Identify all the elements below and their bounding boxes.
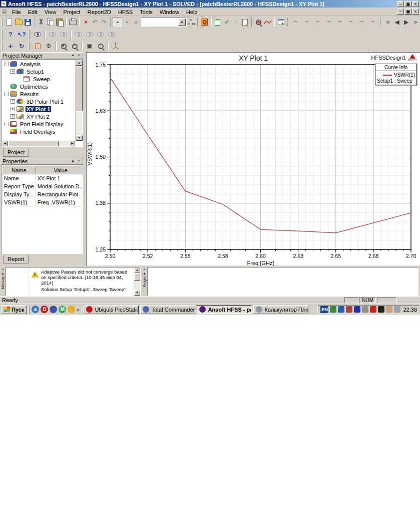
print-button[interactable]: [68, 17, 77, 27]
zoom-out-button[interactable]: −: [69, 41, 80, 51]
toolbar-grip[interactable]: [29, 30, 31, 39]
property-row[interactable]: VSWR(1)Freq ,VSWR(1): [3, 198, 84, 206]
ie-icon[interactable]: e: [32, 306, 39, 313]
menu-view[interactable]: View: [41, 9, 60, 16]
create-report-button[interactable]: [241, 17, 250, 27]
child-window-icon[interactable]: ▤: [1, 9, 8, 15]
menu-report2d[interactable]: Report2D: [84, 9, 115, 16]
scroll-up-icon[interactable]: ▲: [134, 268, 140, 273]
hide-active-button[interactable]: [95, 30, 106, 40]
scroll-left-icon[interactable]: ◀: [2, 141, 8, 146]
panel-pin-icon[interactable]: ▴: [1, 272, 5, 276]
project-manager-header[interactable]: Project Manager ▴ ×: [1, 52, 83, 59]
show-messages-button[interactable]: [213, 17, 222, 27]
tree-item-port-field-display[interactable]: −Port Field Display: [2, 120, 75, 128]
tree-item-setup1[interactable]: −Setup1: [2, 68, 75, 75]
child-restore-button[interactable]: ▣: [404, 9, 411, 15]
child-close-button[interactable]: ×: [412, 9, 419, 15]
waveform-button-6[interactable]: ~: [345, 17, 356, 27]
tray-display-icon[interactable]: [338, 306, 344, 313]
menu-edit[interactable]: Edit: [25, 9, 41, 16]
collapse-minus-icon[interactable]: −: [11, 69, 15, 74]
tree-item-3d-polar-plot-1[interactable]: +3D Polar Plot 1: [2, 98, 75, 105]
panel-close-icon[interactable]: ×: [76, 53, 82, 58]
context-help-button[interactable]: ↖?: [16, 30, 27, 40]
panel-pin-icon[interactable]: ▴: [70, 159, 76, 164]
plot-canvas[interactable]: 2.502.522.552.582.602.632.652.682.701.75…: [87, 53, 420, 266]
message-tab-label[interactable]: Messag: [1, 277, 5, 289]
message-tree-column[interactable]: · ·: [6, 268, 29, 296]
tray-flag-icon[interactable]: [346, 306, 352, 313]
menu-file[interactable]: File: [9, 9, 25, 16]
scroll-thumb[interactable]: [134, 274, 140, 281]
select-object-button[interactable]: ▪: [122, 17, 131, 27]
pan-button[interactable]: [32, 41, 43, 51]
property-cell[interactable]: VSWR(1): [3, 198, 36, 206]
tree-item-sweep[interactable]: Sweep: [2, 75, 75, 83]
menu-project[interactable]: Project: [60, 9, 84, 16]
scroll-down-icon[interactable]: ▼: [76, 135, 83, 141]
property-cell[interactable]: Name: [3, 174, 36, 182]
toolbar-grip[interactable]: [29, 42, 31, 51]
nav-first-button[interactable]: «: [383, 17, 392, 27]
show-hide-button[interactable]: [32, 30, 43, 40]
column-header-name[interactable]: Name: [3, 166, 36, 174]
tray-hand-icon[interactable]: [386, 306, 392, 313]
taskbar-task-button[interactable]: Ansoft HFSS - pat...: [197, 305, 252, 314]
tray-network-icon[interactable]: [330, 306, 336, 313]
show-active-button[interactable]: [106, 30, 117, 40]
waveform-button-5[interactable]: ~: [334, 17, 345, 27]
scroll-thumb[interactable]: [76, 66, 83, 111]
collapse-minus-icon[interactable]: −: [4, 122, 9, 126]
open-file-button[interactable]: [14, 17, 23, 27]
undo-button[interactable]: ↶: [91, 17, 100, 27]
fit-selection-button[interactable]: [95, 41, 106, 51]
solver-q-button[interactable]: Q: [200, 17, 209, 27]
toolbar-grip[interactable]: [380, 18, 382, 27]
scroll-thumb[interactable]: [9, 141, 59, 146]
expand-plus-icon[interactable]: +: [11, 114, 15, 119]
fit-all-button[interactable]: ▣: [84, 41, 95, 51]
waveform-button-8[interactable]: ~: [367, 17, 378, 27]
panel-pin-icon[interactable]: ▴: [142, 272, 147, 276]
model-tree-button[interactable]: [187, 17, 196, 27]
property-cell[interactable]: Rectangular Plot: [36, 190, 83, 198]
property-row[interactable]: Display Ty...Rectangular Plot: [3, 190, 84, 198]
menu-tools[interactable]: Tools: [136, 9, 156, 16]
plot-report-button[interactable]: [263, 17, 272, 27]
taskbar-task-button[interactable]: Total Commander 7....: [140, 305, 195, 314]
opera-icon[interactable]: O: [41, 306, 48, 313]
chrome-icon[interactable]: [68, 306, 75, 313]
property-cell[interactable]: XY Plot 1: [36, 174, 83, 182]
zoom-in-button[interactable]: +: [58, 41, 69, 51]
tray-volume-icon[interactable]: [378, 306, 384, 313]
nav-prev-button[interactable]: ◀: [392, 17, 401, 27]
coordinate-system-combobox[interactable]: ▼: [141, 17, 187, 27]
properties-table[interactable]: NameValue NameXY Plot 1Report TypeModal …: [2, 166, 83, 206]
collapse-minus-icon[interactable]: −: [4, 92, 9, 96]
taskbar-task-button[interactable]: Ubiquiti PicoStation ...: [84, 305, 139, 314]
start-button[interactable]: Пуск: [1, 305, 27, 314]
waveform-button-3[interactable]: ~: [312, 17, 323, 27]
save-button[interactable]: [23, 17, 32, 27]
minimize-button[interactable]: –: [397, 1, 404, 7]
select-face-button[interactable]: »: [132, 17, 141, 27]
paste-button[interactable]: [55, 17, 64, 27]
property-cell[interactable]: Modal Solution D...: [36, 182, 83, 190]
move-view-button[interactable]: +: [5, 41, 16, 51]
tray-mute-icon[interactable]: [370, 306, 376, 313]
optimetrics-button[interactable]: [254, 17, 263, 27]
orient-axes-button[interactable]: [110, 41, 121, 51]
xy-plot-view[interactable]: XY Plot 1 HFSSDesign1 ANSOFT VSWR(1) 2.5…: [86, 52, 420, 266]
tree-item-field-overlays[interactable]: Field Overlays: [2, 128, 75, 135]
hide-all-button[interactable]: [73, 30, 84, 40]
progress-tab-label[interactable]: Progre: [143, 277, 146, 287]
collapse-minus-icon[interactable]: −: [4, 62, 9, 66]
toolbar-grip[interactable]: [287, 18, 289, 27]
taskbar-task-button[interactable]: Калькулятор Плюс: [253, 305, 308, 314]
show-selection-button[interactable]: [58, 30, 69, 40]
new-file-button[interactable]: [5, 17, 14, 27]
tree-item-optimetrics[interactable]: Optimetrics: [2, 83, 75, 90]
menu-hfss[interactable]: HFSS: [115, 9, 136, 16]
waveform-button-1[interactable]: ~: [290, 17, 301, 27]
